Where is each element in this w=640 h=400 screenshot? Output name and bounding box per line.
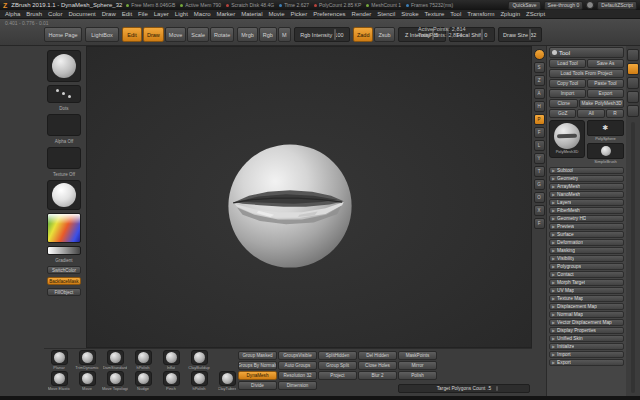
menu-draw[interactable]: Draw	[102, 11, 116, 17]
home-page-button[interactable]: Home Page	[44, 27, 82, 42]
panel-scrollbar[interactable]	[631, 122, 635, 393]
current-brush-thumbnail[interactable]	[47, 50, 81, 82]
recent-tool-simplebrush[interactable]	[587, 143, 624, 159]
button-polish[interactable]: Polish	[398, 371, 437, 380]
default-zscript-button[interactable]: DefaultZScript	[597, 1, 637, 10]
button-divide[interactable]: Divide	[238, 381, 277, 390]
persp-icon[interactable]: P	[534, 114, 545, 125]
section-preview[interactable]: ▶ Preview	[549, 223, 624, 230]
section-deformation[interactable]: ▶ Deformation	[549, 239, 624, 246]
brush-inflat[interactable]: Inflat	[158, 350, 184, 370]
ghost-transparency-icon[interactable]: G	[534, 179, 545, 190]
button-close-holes[interactable]: Close Holes	[358, 361, 397, 370]
button-resolution-32[interactable]: Resolution 32	[278, 371, 317, 380]
mode-button-rotate[interactable]: Rotate	[210, 27, 234, 42]
actual-size-icon[interactable]: A	[534, 88, 545, 99]
brush-claytubes[interactable]: ClayTubes	[214, 371, 240, 391]
menu-edit[interactable]: Edit	[122, 11, 132, 17]
button-maskpoints[interactable]: MaskPoints	[398, 351, 437, 360]
fill-object-button[interactable]: FillObject	[47, 288, 81, 296]
brush-pinch[interactable]: Pinch	[158, 371, 184, 391]
button-dynamesh[interactable]: DynaMesh	[238, 371, 277, 380]
goz-r-button[interactable]: R	[606, 109, 624, 118]
button-del-hidden[interactable]: Del Hidden	[358, 351, 397, 360]
brush-hpolish[interactable]: hPolish	[130, 350, 156, 370]
draw-size-slider[interactable]: Draw Size 32	[498, 27, 542, 42]
section-subtool[interactable]: ▶ Subtool	[549, 167, 624, 174]
color-picker[interactable]	[47, 213, 81, 243]
menu-light[interactable]: Light	[175, 11, 188, 17]
alpha-thumbnail[interactable]	[47, 114, 81, 136]
lightbox-button[interactable]: LightBox	[85, 27, 119, 42]
section-display-properties[interactable]: ▶ Display Properties	[549, 327, 624, 334]
brush-damstandard[interactable]: DamStandard	[102, 350, 128, 370]
quicksave-button[interactable]: QuickSave	[508, 1, 540, 10]
zoom-canvas-icon[interactable]: Z	[534, 75, 545, 86]
mode-button-edit[interactable]: Edit	[122, 27, 142, 42]
copy-tool-button[interactable]: Copy Tool	[549, 79, 586, 88]
brush-dock-icon[interactable]	[627, 77, 639, 89]
local-symmetry-icon[interactable]: L	[534, 140, 545, 151]
current-tool-thumbnail[interactable]: PolyMesh3D	[549, 120, 585, 158]
stroke-type-thumbnail[interactable]	[47, 85, 81, 103]
section-visibility[interactable]: ▶ Visibility	[549, 255, 624, 262]
backface-mask-button[interactable]: BackfaceMask	[47, 277, 81, 285]
menu-macro[interactable]: Macro	[194, 11, 211, 17]
menu-color[interactable]: Color	[48, 11, 62, 17]
document-canvas[interactable]	[86, 46, 532, 348]
menu-layer[interactable]: Layer	[154, 11, 169, 17]
material-dock-icon[interactable]	[627, 91, 639, 103]
rgb-intensity-slider[interactable]: Rgb Intensity 100	[294, 27, 350, 42]
section-layers[interactable]: ▶ Layers	[549, 199, 624, 206]
section-import[interactable]: ▶ Import	[549, 351, 624, 358]
section-uv-map[interactable]: ▶ UV Map	[549, 287, 624, 294]
section-fibermesh[interactable]: ▶ FiberMesh	[549, 207, 624, 214]
make-polymesh3d-button[interactable]: Make PolyMesh3D	[579, 99, 624, 108]
menu-document[interactable]: Document	[68, 11, 95, 17]
sculpt-button-zadd[interactable]: Zadd	[353, 27, 374, 42]
alpha-dock-icon[interactable]	[627, 105, 639, 117]
section-masking[interactable]: ▶ Masking	[549, 247, 624, 254]
xpose-icon[interactable]: X	[534, 205, 545, 216]
menu-tool[interactable]: Tool	[450, 11, 461, 17]
menu-zscript[interactable]: ZScript	[526, 11, 545, 17]
menu-picker[interactable]: Picker	[291, 11, 308, 17]
section-normal-map[interactable]: ▶ Normal Map	[549, 311, 624, 318]
menu-zplugin[interactable]: Zplugin	[500, 11, 520, 17]
button-group-split[interactable]: Group Split	[318, 361, 357, 370]
activate-symmetry-icon[interactable]: Y	[534, 153, 545, 164]
mode-button-draw[interactable]: Draw	[143, 27, 164, 42]
clone-tool-button[interactable]: Clone	[549, 99, 578, 108]
target-polygons-count-slider[interactable]: Target Polygons Count .5	[398, 384, 530, 393]
color-gradient-bar[interactable]	[47, 246, 81, 255]
section-arraymesh[interactable]: ▶ ArrayMesh	[549, 183, 624, 190]
menu-texture[interactable]: Texture	[425, 11, 445, 17]
brush-hpolish[interactable]: hPolish	[186, 371, 212, 391]
section-contact[interactable]: ▶ Contact	[549, 271, 624, 278]
see-through-swatch-icon[interactable]	[586, 1, 594, 9]
button-auto-groups[interactable]: Auto Groups	[278, 361, 317, 370]
menu-marker[interactable]: Marker	[216, 11, 235, 17]
brush-move[interactable]: Move	[74, 371, 100, 391]
menu-brush[interactable]: Brush	[26, 11, 42, 17]
sculpted-sphere-model[interactable]	[211, 127, 369, 285]
section-vector-displacement-map[interactable]: ▶ Vector Displacement Map	[549, 319, 624, 326]
menu-transform[interactable]: Transform	[467, 11, 494, 17]
texture-thumbnail[interactable]	[47, 147, 81, 169]
section-displacement-map[interactable]: ▶ Displacement Map	[549, 303, 624, 310]
right-tray-divider-icon[interactable]	[627, 49, 639, 61]
menu-stencil[interactable]: Stencil	[377, 11, 395, 17]
mode-button-scale[interactable]: Scale	[187, 27, 209, 42]
button-groups-by-normals[interactable]: Groups By Normals	[238, 361, 277, 370]
section-export[interactable]: ▶ Export	[549, 359, 624, 366]
section-initialize[interactable]: ▶ Initialize	[549, 343, 624, 350]
solo-mode-icon[interactable]: O	[534, 192, 545, 203]
menu-alpha[interactable]: Alpha	[5, 11, 20, 17]
button-splithidden[interactable]: SplitHidden	[318, 351, 357, 360]
sculpt-button-zsub[interactable]: Zsub	[374, 27, 394, 42]
button-mirror[interactable]: Mirror	[398, 361, 437, 370]
aa-half-icon[interactable]: H	[534, 101, 545, 112]
button-project[interactable]: Project	[318, 371, 357, 380]
menu-preferences[interactable]: Preferences	[313, 11, 345, 17]
recent-tool-polysphere[interactable]: ✱	[587, 120, 624, 136]
